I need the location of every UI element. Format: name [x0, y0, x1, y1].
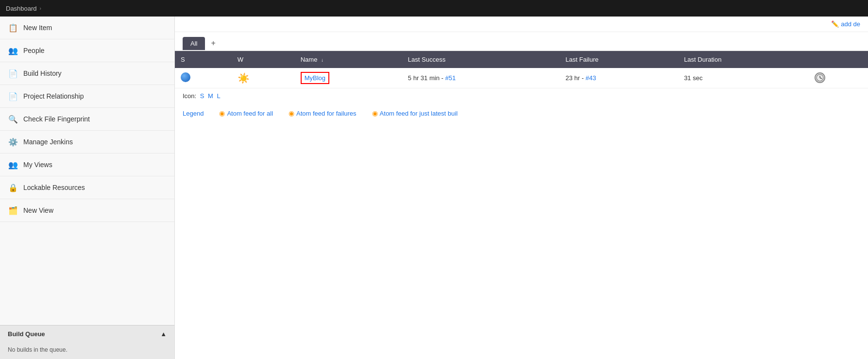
edit-icon: ✏️ [831, 20, 839, 28]
atom-feed-all-link[interactable]: ◉ Atom feed for all [219, 109, 273, 117]
sidebar-item-label: Project Relationship [23, 92, 84, 100]
feed-latest-icon: ◉ [372, 109, 378, 117]
new-item-icon: 📋 [8, 22, 18, 33]
col-last-failure: Last Failure [560, 51, 678, 68]
last-failure-text: 23 hr - [565, 74, 585, 82]
last-success-text: 5 hr 31 min - [408, 74, 445, 82]
sidebar-item-label: Check File Fingerprint [23, 115, 90, 123]
gear-icon: ⚙️ [8, 137, 18, 147]
build-queue-empty-message: No builds in the queue. [8, 346, 68, 353]
sidebar-item-label: Lockable Resources [23, 184, 85, 191]
sidebar-item-manage-jenkins[interactable]: ⚙️ Manage Jenkins [0, 131, 174, 154]
last-duration-cell: 31 sec [678, 68, 809, 88]
build-queue-content: No builds in the queue. [0, 342, 174, 359]
project-relationship-icon: 📄 [8, 91, 18, 102]
icon-size-m[interactable]: M [208, 92, 213, 100]
feed-all-icon: ◉ [219, 109, 225, 117]
my-views-icon: 👥 [8, 159, 18, 170]
main-layout: 📋 New Item 👥 People 📄 Build History 📄 Pr… [0, 17, 868, 359]
icon-size-s[interactable]: S [200, 92, 204, 100]
people-icon: 👥 [8, 45, 18, 56]
breadcrumb-arrow: › [40, 6, 41, 11]
sidebar-item-label: People [23, 47, 45, 54]
build-queue-title: Build Queue [8, 330, 45, 338]
atom-feed-failures-link[interactable]: ◉ Atom feed for failures [289, 109, 357, 117]
sidebar-nav: 📋 New Item 👥 People 📄 Build History 📄 Pr… [0, 17, 174, 325]
icon-size-row: Icon: S M L [175, 88, 868, 103]
feed-failures-icon: ◉ [289, 109, 294, 117]
breadcrumb: Dashboard › [6, 5, 41, 12]
add-description-text: add de [841, 20, 860, 28]
new-view-icon: 🗂️ [8, 205, 18, 216]
legend-link[interactable]: Legend [183, 110, 204, 117]
col-last-duration: Last Duration [678, 51, 809, 68]
project-link-myblog[interactable]: MyBlog [301, 72, 329, 84]
sidebar-item-people[interactable]: 👥 People [0, 39, 174, 62]
weather-sun-icon: ☀️ [238, 73, 250, 84]
action-cell [809, 68, 868, 88]
sidebar-item-label: Build History [23, 69, 62, 77]
table-row: ☀️ MyBlog 5 hr 31 min - #51 23 hr - #43 … [175, 68, 868, 88]
weather-cell: ☀️ [232, 68, 295, 88]
build-queue-header[interactable]: Build Queue ▲ [0, 325, 174, 342]
build-queue: Build Queue ▲ No builds in the queue. [0, 325, 174, 359]
footer-links: Legend ◉ Atom feed for all ◉ Atom feed f… [175, 103, 868, 123]
table-header-row: S W Name ↓ Last Success Last Failure Las… [175, 51, 868, 68]
project-table: S W Name ↓ Last Success Last Failure Las… [175, 51, 868, 88]
icon-size-label: Icon: [183, 92, 196, 100]
content-top-bar: ✏️ add de [175, 17, 868, 32]
add-description-link[interactable]: ✏️ add de [831, 20, 860, 28]
sidebar-item-label: New View [23, 206, 53, 214]
tabs-bar: All + [175, 32, 868, 51]
sidebar-item-check-file-fingerprint[interactable]: 🔍 Check File Fingerprint [0, 108, 174, 131]
col-s: S [175, 51, 232, 68]
sidebar-item-project-relationship[interactable]: 📄 Project Relationship [0, 85, 174, 108]
sidebar: 📋 New Item 👥 People 📄 Build History 📄 Pr… [0, 17, 175, 359]
atom-feed-failures-label: Atom feed for failures [296, 110, 357, 117]
sidebar-item-my-views[interactable]: 👥 My Views [0, 154, 174, 176]
sidebar-item-label: New Item [23, 24, 52, 32]
col-w: W [232, 51, 295, 68]
atom-feed-latest-label: Atom feed for just latest buil [380, 110, 458, 117]
build-queue-collapse-icon[interactable]: ▲ [160, 330, 167, 338]
build-history-icon: 📄 [8, 68, 18, 79]
breadcrumb-home[interactable]: Dashboard [6, 5, 37, 12]
status-blue-ball [181, 72, 190, 82]
last-failure-build-link[interactable]: #43 [585, 74, 596, 82]
top-bar: Dashboard › [0, 0, 868, 17]
last-duration-text: 31 sec [684, 74, 702, 82]
status-cell [175, 68, 232, 88]
sidebar-item-build-history[interactable]: 📄 Build History [0, 62, 174, 85]
content-area: ✏️ add de All + S W Name ↓ Last Success [175, 17, 868, 359]
icon-size-l[interactable]: L [217, 92, 221, 100]
tab-all[interactable]: All [183, 37, 205, 50]
col-name[interactable]: Name ↓ [295, 51, 402, 68]
atom-feed-all-label: Atom feed for all [227, 110, 273, 117]
schedule-icon[interactable] [815, 72, 825, 83]
sidebar-item-label: Manage Jenkins [23, 138, 73, 146]
sidebar-item-label: My Views [23, 161, 52, 169]
name-cell: MyBlog [295, 68, 402, 88]
last-success-cell: 5 hr 31 min - #51 [402, 68, 560, 88]
atom-feed-latest-link[interactable]: ◉ Atom feed for just latest buil [372, 109, 458, 117]
sidebar-item-new-item[interactable]: 📋 New Item [0, 17, 174, 39]
sort-arrow: ↓ [321, 57, 323, 63]
fingerprint-icon: 🔍 [8, 114, 18, 124]
lock-icon: 🔒 [8, 182, 18, 193]
last-failure-cell: 23 hr - #43 [560, 68, 678, 88]
sidebar-item-lockable-resources[interactable]: 🔒 Lockable Resources [0, 176, 174, 199]
sidebar-item-new-view[interactable]: 🗂️ New View [0, 199, 174, 222]
col-extra [809, 51, 868, 68]
add-tab-button[interactable]: + [206, 36, 220, 51]
last-success-build-link[interactable]: #51 [445, 74, 456, 82]
col-last-success: Last Success [402, 51, 560, 68]
